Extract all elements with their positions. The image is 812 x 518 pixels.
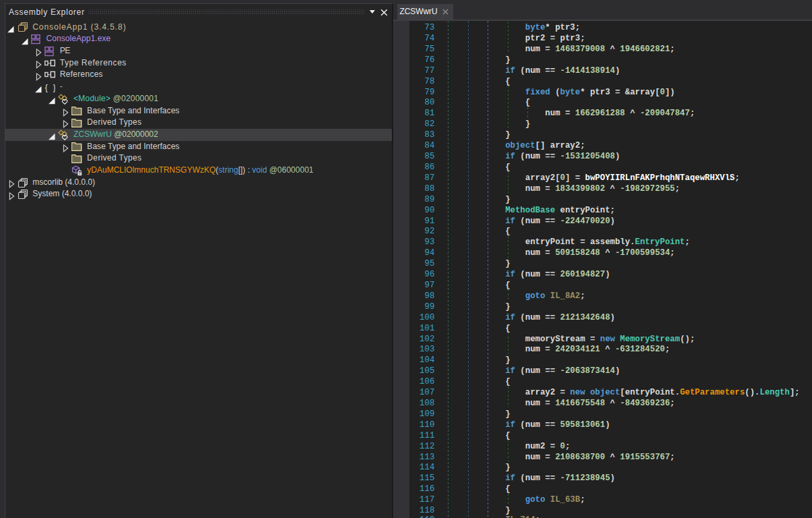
svg-text:{ }: { } [45,82,55,92]
